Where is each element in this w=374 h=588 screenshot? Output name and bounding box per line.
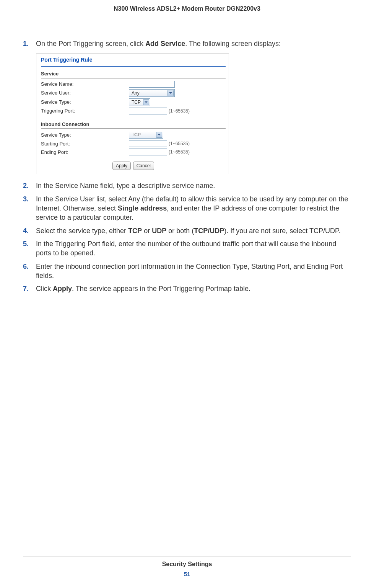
chevron-down-icon xyxy=(167,90,174,96)
step-6: 6. Enter the inbound connection port inf… xyxy=(23,262,351,281)
apply-button[interactable]: Apply xyxy=(112,162,131,170)
step-text: In the Service Name field, type a descri… xyxy=(36,182,215,189)
port-range-hint: (1~65535) xyxy=(169,149,190,155)
step-5: 5. In the Triggering Port field, enter t… xyxy=(23,239,351,258)
step-number: 5. xyxy=(23,239,29,248)
screenshot-buttons: Apply Cancel xyxy=(41,162,226,170)
step-text: Enter the inbound connection port inform… xyxy=(36,263,343,279)
service-type-label: Service Type: xyxy=(41,99,129,106)
chevron-down-icon xyxy=(143,99,149,105)
starting-port-row: Starting Port: (1~65535) xyxy=(41,139,226,148)
footer-section-title: Security Settings xyxy=(0,561,374,568)
screenshot-title: Port Triggering Rule xyxy=(41,56,226,67)
step-text: ). If you are not sure, select TCP/UDP. xyxy=(224,227,340,235)
step-number: 4. xyxy=(23,226,29,235)
service-user-value: Any xyxy=(132,90,140,96)
inbound-service-type-label: Service Type: xyxy=(41,132,129,139)
service-type-value: TCP xyxy=(132,99,141,105)
ending-port-input[interactable] xyxy=(129,149,167,155)
steps-list: 1. On the Port Triggering screen, click … xyxy=(23,39,351,293)
service-type-select[interactable]: TCP xyxy=(129,98,150,106)
step-number: 3. xyxy=(23,194,29,204)
udp-term: UDP xyxy=(152,227,166,235)
inbound-service-type-select[interactable]: TCP xyxy=(129,131,163,139)
page-footer: Security Settings 51 xyxy=(0,557,374,577)
service-name-row: Service Name: xyxy=(41,80,226,88)
step-number: 2. xyxy=(23,181,29,190)
starting-port-input[interactable] xyxy=(129,140,167,147)
footer-divider xyxy=(23,557,351,557)
step-number: 7. xyxy=(23,284,29,293)
step-number: 1. xyxy=(23,39,29,48)
step-text: or both ( xyxy=(166,227,194,235)
single-address-term: Single address xyxy=(118,204,167,212)
service-name-input[interactable] xyxy=(129,81,175,88)
step-text: Select the service type, either xyxy=(36,227,128,235)
service-user-label: Service User: xyxy=(41,90,129,96)
step-text: In the Triggering Port field, enter the … xyxy=(36,240,336,257)
ending-port-label: Ending Port: xyxy=(41,149,129,156)
starting-port-label: Starting Port: xyxy=(41,140,129,147)
cancel-button[interactable]: Cancel xyxy=(133,162,154,170)
step-text: . The following screen displays: xyxy=(185,40,281,47)
inbound-section-header: Inbound Connection xyxy=(41,121,226,129)
service-user-row: Service User: Any xyxy=(41,88,226,98)
port-triggering-screenshot: Port Triggering Rule Service Service Nam… xyxy=(36,54,229,174)
service-type-row: Service Type: TCP xyxy=(41,98,226,107)
step-3: 3. In the Service User list, select Any … xyxy=(23,194,351,222)
service-name-label: Service Name: xyxy=(41,81,129,88)
service-user-select[interactable]: Any xyxy=(129,89,175,97)
tcp-term: TCP xyxy=(128,227,142,235)
triggering-port-input[interactable] xyxy=(129,108,167,114)
port-range-hint: (1~65535) xyxy=(169,108,190,114)
chevron-down-icon xyxy=(156,132,162,138)
add-service-term: Add Service xyxy=(145,40,185,47)
step-text: or xyxy=(142,227,152,235)
step-4: 4. Select the service type, either TCP o… xyxy=(23,226,351,235)
step-number: 6. xyxy=(23,262,29,271)
page-header: N300 Wireless ADSL2+ Modem Router DGN220… xyxy=(0,0,374,12)
step-1: 1. On the Port Triggering screen, click … xyxy=(23,39,351,174)
step-text: Click xyxy=(36,285,53,292)
page-content: 1. On the Port Triggering screen, click … xyxy=(0,12,374,293)
step-text: On the Port Triggering screen, click xyxy=(36,40,145,47)
divider xyxy=(41,117,226,117)
triggering-port-row: Triggering Port: (1~65535) xyxy=(41,107,226,115)
step-text: . The service appears in the Port Trigge… xyxy=(72,285,250,292)
ending-port-row: Ending Port: (1~65535) xyxy=(41,148,226,156)
page-number: 51 xyxy=(0,571,374,577)
service-section-header: Service xyxy=(41,70,226,78)
tcpudp-term: TCP/UDP xyxy=(194,227,224,235)
apply-term: Apply xyxy=(53,285,72,292)
inbound-service-type-value: TCP xyxy=(132,132,141,138)
inbound-service-type-row: Service Type: TCP xyxy=(41,130,226,139)
step-7: 7. Click Apply. The service appears in t… xyxy=(23,284,351,293)
step-2: 2. In the Service Name field, type a des… xyxy=(23,181,351,190)
triggering-port-label: Triggering Port: xyxy=(41,108,129,114)
port-range-hint: (1~65535) xyxy=(169,140,190,147)
